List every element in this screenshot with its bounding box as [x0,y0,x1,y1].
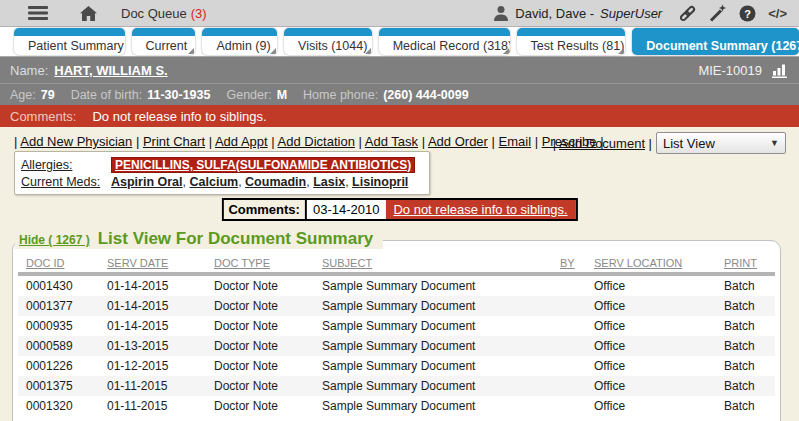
serv-location-cell: Office [590,296,720,316]
doc-type-cell: Doctor Note [210,336,318,356]
add-new-physician-link[interactable]: Add New Physician [20,134,132,149]
current-meds-label[interactable]: Current Meds: [21,175,111,189]
wand-icon[interactable] [709,4,727,22]
user-name: David, Dave - [515,6,594,21]
view-select[interactable]: List View ▼ [656,132,786,154]
list-section-legend: Hide ( 1267 ) List View For Document Sum… [15,229,383,249]
flowsheet-chart-icon[interactable] [772,63,789,78]
tab-test-results[interactable]: Test Results (81) [517,28,626,55]
tab-medical-record[interactable]: Medical Record (318) [379,28,510,55]
subject-cell: Sample Summary Document [318,274,556,296]
add-dictation-link[interactable]: Add Dictation [278,134,355,149]
doc-type-cell: Doctor Note [210,396,318,416]
doc-id-cell: 0001377 [18,296,103,316]
tab-admin[interactable]: Admin (9) [202,28,277,55]
add-appt-link[interactable]: Add Appt [215,134,268,149]
comment-detail-box: Comments: 03-14-2010 Do not release info… [221,198,577,221]
header-subject[interactable]: SUBJECT [318,255,556,274]
serv-date-cell: 01-14-2015 [103,274,210,296]
hide-link[interactable]: Hide ( 1267 ) [19,233,90,247]
print-cell: Batch [720,376,775,396]
code-icon[interactable]: </> [768,6,787,21]
section-title: List View For Document Summary [98,229,374,249]
tab-document-summary[interactable]: Document Summary (1267) [632,28,799,55]
by-cell [556,396,590,416]
by-cell [556,356,590,376]
by-cell [556,376,590,396]
doc-type-cell: Doctor Note [210,356,318,376]
tab-label: Visits (1044) [298,39,367,53]
age-value: 79 [41,88,55,102]
gender-label: Gender: [226,88,271,102]
header-by[interactable]: BY [556,255,590,274]
header-print[interactable]: PRINT [720,255,775,274]
med-link[interactable]: Coumadin [245,175,306,189]
tab-label: Admin (9) [216,39,270,53]
menu-icon[interactable] [28,6,48,20]
tab-visits[interactable]: Visits (1044) [284,28,372,55]
table-row[interactable]: 0001226 01-12-2015 Doctor Note Sample Su… [18,356,775,376]
user-role: SuperUser [600,6,662,21]
print-cell: Batch [720,356,775,376]
view-select-value: List View [663,136,715,151]
doc-id-cell: 0000935 [18,316,103,336]
table-header-row: DOC ID SERV DATE DOC TYPE SUBJECT BY SER… [18,255,775,274]
doc-id-cell: 0000589 [18,336,103,356]
comments-text: Do not release info to siblings. [92,109,266,124]
email-link[interactable]: Email [499,134,532,149]
help-icon[interactable]: ? [739,5,756,22]
header-serv-location[interactable]: SERV LOCATION [590,255,720,274]
serv-date-cell: 01-14-2015 [103,316,210,336]
doc-id-cell: 0001430 [18,274,103,296]
allergies-label[interactable]: Allergies: [21,158,111,172]
serv-location-cell: Office [590,396,720,416]
meds-list: Aspirin OralCalciumCoumadinLasixLisinopr… [111,175,408,189]
print-cell: Batch [720,396,775,416]
chevron-down-icon: ▼ [770,138,779,148]
allergy-value-link[interactable]: PENICILLINS, SULFA(SULFONAMIDE ANTIBIOTI… [111,157,415,173]
table-row[interactable]: 0001375 01-11-2015 Doctor Note Sample Su… [18,376,775,396]
med-link[interactable]: Lisinopril [352,175,408,189]
serv-location-cell: Office [590,336,720,356]
topbar: Doc Queue (3) David, Dave - SuperUser ? … [0,0,799,27]
table-row[interactable]: 0001430 01-14-2015 Doctor Note Sample Su… [18,274,775,296]
med-link[interactable]: Aspirin Oral [111,175,183,189]
user-menu[interactable]: David, Dave - SuperUser [493,5,662,21]
med-link[interactable]: Calcium [190,175,239,189]
add-task-link[interactable]: Add Task [365,134,418,149]
tab-label: Medical Record (318) [393,39,510,53]
tab-patient-summary[interactable]: Patient Summary [14,28,125,55]
action-links: Add New PhysicianPrint ChartAdd ApptAdd … [14,134,604,149]
header-doc-id[interactable]: DOC ID [18,255,103,274]
link-icon[interactable] [678,4,697,23]
by-cell [556,336,590,356]
tab-current[interactable]: Current [132,28,196,55]
table-row[interactable]: 0000935 01-14-2015 Doctor Note Sample Su… [18,316,775,336]
med-link[interactable]: Lasix [313,175,345,189]
print-cell: Batch [720,274,775,296]
dob-label: Date of birth: [71,88,143,102]
header-serv-date[interactable]: SERV DATE [103,255,210,274]
table-row[interactable]: 0001320 01-11-2015 Doctor Note Sample Su… [18,396,775,416]
patient-name-bar: Name: HART, WILLIAM S. MIE-10019 [0,57,799,83]
home-icon[interactable] [80,6,97,21]
table-row[interactable]: 0000589 01-13-2015 Doctor Note Sample Su… [18,336,775,356]
allergy-meds-box: Allergies: PENICILLINS, SULFA(SULFONAMID… [14,151,430,195]
table-row[interactable]: 0001377 01-14-2015 Doctor Note Sample Su… [18,296,775,316]
tab-label: Patient Summary [28,39,124,53]
tab-label: Test Results (81) [531,39,625,53]
phone-value: (260) 444-0099 [383,88,468,102]
comment-link[interactable]: Do not release info to siblings. [385,200,575,219]
header-doc-type[interactable]: DOC TYPE [210,255,318,274]
doc-type-cell: Doctor Note [210,376,318,396]
subject-cell: Sample Summary Document [318,356,556,376]
add-document-link[interactable]: Add Document [559,136,645,151]
doc-type-cell: Doctor Note [210,274,318,296]
serv-date-cell: 01-11-2015 [103,396,210,416]
doc-type-cell: Doctor Note [210,296,318,316]
doc-id-cell: 0001320 [18,396,103,416]
add-order-link[interactable]: Add Order [428,134,488,149]
patient-name-link[interactable]: HART, WILLIAM S. [54,63,167,78]
patient-id: MIE-10019 [698,63,762,78]
print-chart-link[interactable]: Print Chart [143,134,205,149]
